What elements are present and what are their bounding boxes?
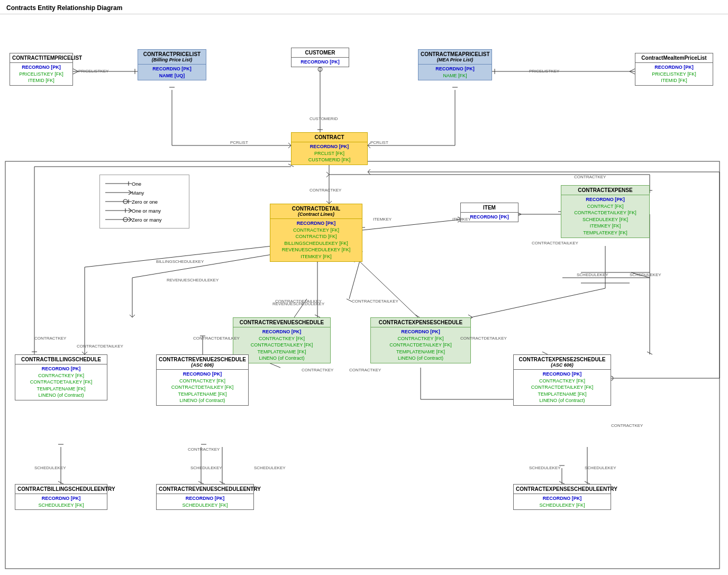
entity-title-contractbillingscheduleentry: CONTRACTBILLINGSCHEDULEENTRY [15, 485, 107, 494]
rel-label-7: ITEMKEY [452, 217, 471, 222]
rel-label-17: CONTRACTKEY [34, 336, 66, 341]
svg-line-86 [326, 172, 329, 175]
entity-contractdetail: CONTRACTDETAIL(Contract Lines)RECORDNO [… [270, 204, 362, 262]
rel-label-0: PRICELISTKEY [78, 69, 108, 74]
legend-zero-or-one-icon [105, 198, 132, 205]
legend-one-or-many-icon [105, 207, 132, 214]
field-contractexpensescheduleentry: SCHEDULEKEY [FK] [517, 502, 607, 509]
svg-line-52 [347, 299, 352, 302]
rel-label-28: SCHEDULEKEY [585, 466, 616, 470]
legend-box: One Many Zero or one [99, 175, 189, 229]
legend-many-icon [105, 189, 132, 196]
entity-contractexpense: CONTRACTEXPENSERECORDNO [PK]CONTRACT [FK… [561, 185, 650, 238]
rel-label-16: CONTRACTDETAILKEY [352, 299, 398, 304]
legend-zero-or-many: Zero or many [105, 216, 184, 223]
svg-line-2 [73, 69, 78, 71]
entity-customer: CUSTOMERRECORDNO [PK] [291, 48, 349, 67]
entity-title-contractrevenue2schedule: CONTRACTREVENUE2SCHEDULE(ASC 606) [157, 355, 248, 370]
field-contractpricelist: RECORDNO [PK] [141, 66, 203, 72]
field-contractexpenseschedule: TEMPLATENAME [FK] [374, 349, 467, 355]
rel-label-19: CONTRACTDETAILKEY [193, 336, 240, 341]
svg-line-21 [368, 145, 370, 148]
field-contractexpense: TEMPLATEKEY [FK] [565, 230, 646, 236]
svg-line-78 [368, 172, 370, 175]
field-contractbillingschedule: RECORDNO [PK] [19, 366, 104, 372]
field-contractexpensescheduleentry: RECORDNO [PK] [517, 495, 607, 502]
entity-contractexpenseschedule: CONTRACTEXPENSESCHEDULERECORDNO [PK]CONT… [370, 317, 471, 363]
field-contractmeapricelist: RECORDNO [PK] [422, 66, 488, 72]
entity-contractbillingschedule: CONTRACTBILLINGSCHEDULERECORDNO [PK]CONT… [15, 354, 107, 400]
svg-line-77 [368, 169, 370, 172]
svg-line-87 [326, 175, 329, 177]
field-contractbillingscheduleentry: RECORDNO [PK] [19, 495, 104, 502]
rel-label-18: CONTRACTDETAILKEY [77, 344, 123, 349]
field-contractdetail: CONTRACTKEY [FK] [274, 227, 359, 234]
rel-label-27: SCHEDULEKEY [529, 466, 561, 470]
rel-label-10: SCHEDULEKEY [577, 272, 608, 277]
field-contractitempricelist: PRICELISTKEY [FK] [13, 71, 69, 78]
field-contractexpense2schedule: TEMPLATENAME [FK] [517, 391, 607, 398]
entity-title-contractexpenseschedule: CONTRACTEXPENSESCHEDULE [371, 318, 470, 327]
field-contractmeapricelist: NAME [FK] [422, 72, 488, 79]
legend-one-icon [105, 180, 132, 187]
rel-label-2: CUSTOMERID [310, 116, 338, 121]
field-contractexpense: CONTRACTDETAILKEY [FK] [565, 209, 646, 216]
field-contractitempricelist: RECORDNO [PK] [13, 64, 69, 71]
entity-contractexpensescheduleentry: CONTRACTEXPENSESCHEDULEENTRYRECORDNO [PK… [513, 484, 611, 510]
field-contractexpense2schedule: RECORDNO [PK] [517, 371, 607, 378]
rel-label-9: CONTRACTDETAILKEY [532, 241, 578, 245]
entity-title-contractexpensescheduleentry: CONTRACTEXPENSESCHEDULEENTRY [514, 485, 611, 494]
svg-point-11 [318, 67, 322, 71]
field-contractexpenseschedule: CONTRACTKEY [FK] [374, 335, 467, 342]
entity-contractexpense2schedule: CONTRACTEXPENSE2SCHEDULE(ASC 606)RECORDN… [513, 354, 611, 406]
svg-line-45 [132, 315, 135, 317]
field-contractmeaitempricelist: ITEMID [FK] [639, 77, 709, 84]
entity-contractmeaitempricelist: ContractMeaItemPriceListRECORDNO [PK]PRI… [635, 53, 713, 86]
field-contractmeaitempricelist: PRICELISTKEY [FK] [639, 71, 709, 78]
legend-zero-or-one: Zero or one [105, 198, 184, 205]
legend-many: Many [105, 189, 184, 196]
rel-label-21: CONTRACTKEY [349, 368, 381, 372]
field-customer: RECORDNO [PK] [295, 59, 345, 66]
field-contractpricelist: NAME [UQ] [141, 72, 203, 79]
field-contractrevenuescheduleentry: SCHEDULEKEY [FK] [160, 502, 250, 509]
rel-label-8: CONTRACTKEY [574, 175, 606, 179]
field-contractdetail: RECORDNO [PK] [274, 220, 359, 227]
field-contractexpense: CONTRACT [FK] [565, 203, 646, 210]
rel-label-24: SCHEDULEKEY [34, 466, 66, 470]
entity-contractitempricelist: CONTRACTITEMPRICELISTRECORDNO [PK]PRICEL… [10, 53, 73, 86]
field-contractexpense2schedule: CONTRACTKEY [FK] [517, 378, 607, 385]
svg-line-44 [130, 315, 132, 317]
entity-title-contractrevenuescheduleentry: CONTRACTREVENUESCHEDULEENTRY [157, 485, 253, 494]
svg-line-92 [354, 257, 418, 317]
rel-label-6: ITEMKEY [373, 217, 392, 222]
entity-title-contractpricelist: CONTRACTPRICELIST(Billing Price List) [138, 50, 206, 65]
entity-title-contractitempricelist: CONTRACTITEMPRICELIST [10, 53, 72, 63]
field-contractrevenueschedule: CONTRACTKEY [FK] [236, 335, 327, 342]
rel-label-11: SCHEDULEKEY [630, 272, 661, 277]
field-contractbillingschedule: CONTRACTKEY [FK] [19, 372, 104, 379]
field-contractdetail: REVENUESCHEDULEKEY [FK] [274, 247, 359, 253]
svg-line-6 [630, 69, 635, 71]
entity-title-contractmeaitempricelist: ContractMeaItemPriceList [635, 53, 713, 63]
field-contractdetail: CONTRACTID [FK] [274, 233, 359, 240]
field-contractrevenueschedule: CONTRACTDETAILKEY [FK] [236, 342, 327, 349]
field-contract: PRCLIST [FK] [295, 150, 364, 157]
field-contractrevenue2schedule: CONTRACTDETAILKEY [FK] [160, 384, 245, 391]
field-contractexpense: RECORDNO [PK] [565, 196, 646, 203]
field-contractbillingschedule: CONTRACTDETAILKEY [FK] [19, 379, 104, 386]
field-contractbillingschedule: LINENO (of Contract) [19, 392, 104, 399]
field-contractrevenueschedule: TEMPLATENAME [FK] [236, 349, 327, 355]
field-contractbillingschedule: TEMPLATENAME [FK] [19, 386, 104, 393]
entity-title-contractbillingschedule: CONTRACTBILLINGSCHEDULE [15, 355, 107, 364]
field-contractexpense: SCHEDULEKEY [FK] [565, 216, 646, 223]
entity-title-contractdetail: CONTRACTDETAIL(Contract Lines) [270, 204, 362, 219]
svg-line-40 [647, 352, 652, 354]
entity-title-item: ITEM [461, 203, 518, 213]
rel-label-20: CONTRACTKEY [302, 368, 333, 372]
rel-label-26: SCHEDULEKEY [254, 466, 286, 470]
entity-title-contractexpense: CONTRACTEXPENSE [561, 186, 649, 195]
rel-label-3: PCRLIST [230, 140, 248, 145]
entity-contract: CONTRACTRECORDNO [PK]PRCLIST [FK]CUSTOME… [291, 132, 368, 165]
field-contract: RECORDNO [PK] [295, 143, 364, 150]
